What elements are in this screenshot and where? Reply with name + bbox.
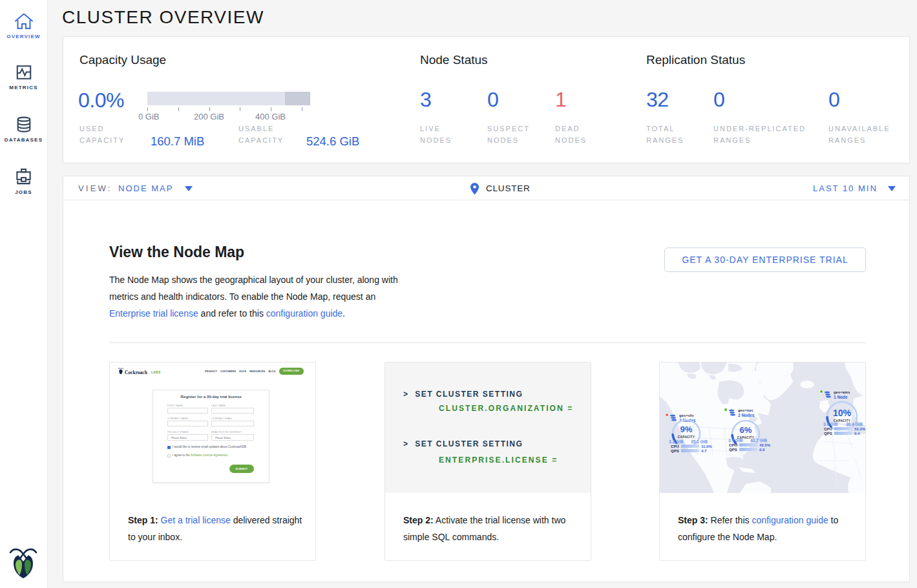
svg-text:10%: 10%	[833, 408, 852, 418]
svg-text:Cockroach: Cockroach	[125, 370, 148, 375]
svg-text:CAPACITY: CAPACITY	[678, 436, 695, 439]
svg-text:9%: 9%	[680, 425, 693, 434]
svg-text:LABS: LABS	[151, 370, 161, 374]
svg-text:6%: 6%	[740, 425, 752, 435]
